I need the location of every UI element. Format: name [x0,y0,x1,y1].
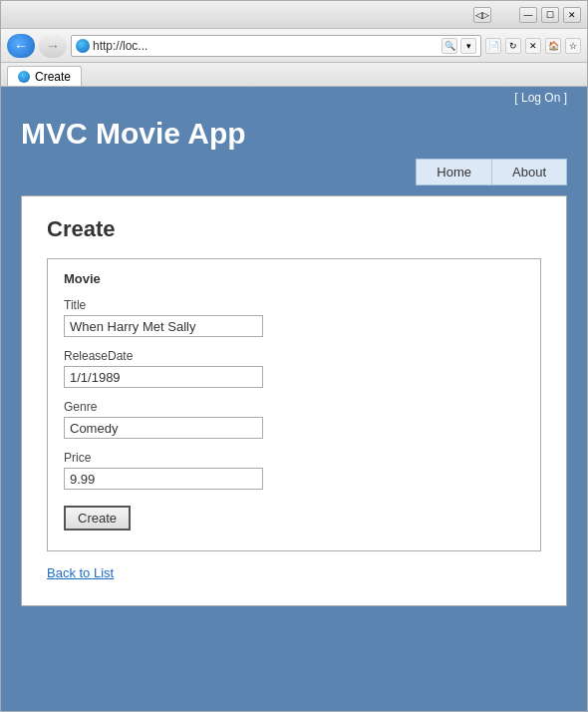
favorites-btn[interactable]: 📄 [485,38,501,54]
content-box: Create Movie Title ReleaseDate [21,195,567,606]
maximize-btn[interactable]: ☐ [541,7,559,23]
stop-btn[interactable]: ✕ [525,38,541,54]
page-content: [ Log On ] MVC Movie App Home About Crea… [1,87,587,711]
minimize-btn[interactable]: — [519,7,537,23]
tab-bar: Create [1,63,587,87]
pin-btn[interactable]: ◁▷ [473,7,491,23]
price-field-group: Price [64,451,524,490]
movie-box: Movie Title ReleaseDate [47,258,541,551]
title-field-group: Title [64,298,524,337]
nav-bar: Home About [21,159,567,185]
forward-button[interactable]: → [39,34,67,58]
browser-tab[interactable]: Create [7,66,82,86]
release-date-input[interactable] [64,366,263,388]
title-bar: ◁▷ — ☐ ✕ [1,1,587,29]
create-button[interactable]: Create [64,506,131,531]
search-btn[interactable]: 🔍 [441,38,457,54]
genre-label: Genre [64,400,524,414]
log-on-prefix: [ [514,91,521,105]
address-input-wrap: http://loc... 🔍 ▾ [71,35,481,57]
address-text: http://loc... [93,39,439,53]
movie-box-title: Movie [64,271,524,286]
refresh-btn[interactable]: ↻ [505,38,521,54]
release-date-field-group: ReleaseDate [64,349,524,388]
back-to-list-link[interactable]: Back to List [47,565,114,580]
nav-about-button[interactable]: About [491,159,567,185]
home-browser-btn[interactable]: 🏠 [545,38,561,54]
dropdown-btn[interactable]: ▾ [460,38,476,54]
tab-title: Create [35,70,71,84]
site-title: MVC Movie App [21,117,567,151]
back-button[interactable]: ← [7,34,35,58]
log-on-link[interactable]: Log On [521,91,560,105]
genre-input[interactable] [64,417,263,439]
close-btn[interactable]: ✕ [563,7,581,23]
title-input[interactable] [64,315,263,337]
top-bar: [ Log On ] [1,87,587,109]
page-heading: Create [47,216,541,242]
browser-window: ◁▷ — ☐ ✕ ← → http://loc... 🔍 ▾ 📄 ↻ ✕ 🏠 ☆… [0,0,588,712]
address-bar: ← → http://loc... 🔍 ▾ 📄 ↻ ✕ 🏠 ☆ [1,29,587,63]
main-container: Create Movie Title ReleaseDate [1,185,587,626]
site-header: MVC Movie App Home About [1,109,587,185]
tab-ie-icon [18,71,30,83]
nav-home-button[interactable]: Home [416,159,491,185]
genre-field-group: Genre [64,400,524,439]
ie-icon [76,39,90,53]
price-label: Price [64,451,524,465]
title-label: Title [64,298,524,312]
log-on-suffix: ] [560,91,567,105]
star-btn[interactable]: ☆ [565,38,581,54]
release-date-label: ReleaseDate [64,349,524,363]
price-input[interactable] [64,468,263,490]
